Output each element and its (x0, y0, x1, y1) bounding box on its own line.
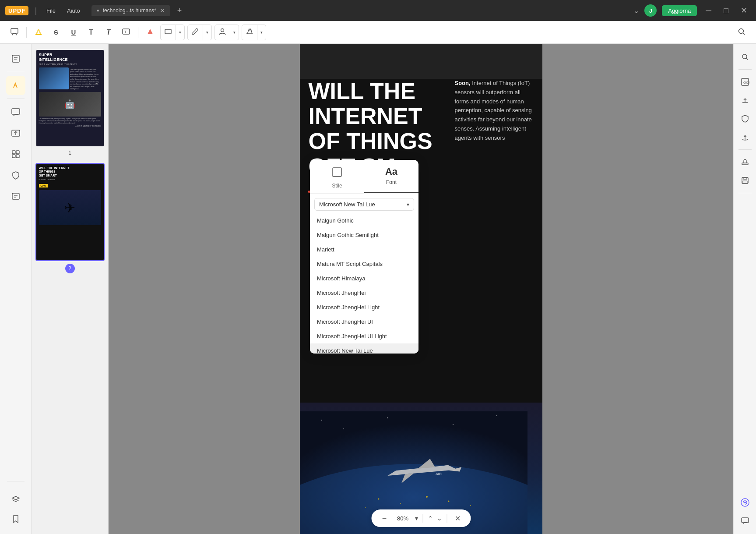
draw-group: ▾ (187, 25, 212, 40)
right-sidebar-stamp[interactable] (737, 154, 753, 170)
font-item-ms-jhenghei-light[interactable]: Microsoft JhengHei Light (310, 300, 418, 315)
right-sidebar-ai[interactable] (737, 495, 753, 510)
zoom-prev-page[interactable]: ⌄ (427, 515, 433, 522)
svg-rect-47 (743, 181, 747, 183)
person-dropdown-button[interactable]: ▾ (230, 25, 239, 40)
sidebar-item-organize[interactable] (6, 145, 25, 164)
underline-button[interactable]: U (66, 25, 81, 40)
page-top-band (300, 44, 542, 79)
font-tab[interactable]: Aa Font (364, 160, 418, 193)
right-sidebar-save[interactable] (737, 173, 753, 188)
text-tool-button[interactable]: T (84, 25, 98, 40)
page-number-1: 1 (68, 150, 71, 156)
svg-rect-13 (12, 109, 20, 114)
svg-rect-1 (35, 34, 42, 35)
shape-dropdown-button[interactable]: ▾ (176, 25, 184, 40)
menu-help[interactable]: Aiuto (63, 6, 84, 16)
close-zoom-toolbar-button[interactable]: ✕ (451, 512, 464, 524)
svg-rect-50 (742, 518, 749, 523)
font-item-ms-jhenghei-ui[interactable]: Microsoft JhengHei UI (310, 315, 418, 329)
right-sidebar-ocr[interactable]: OCR (737, 74, 753, 90)
sidebar-item-bookmark[interactable] (6, 509, 25, 529)
font-item-ms-himalaya[interactable]: Microsoft Himalaya (310, 271, 418, 286)
fill-color-button[interactable] (143, 25, 158, 40)
sidebar-divider-3 (7, 481, 25, 481)
strikethrough-button[interactable]: S (49, 25, 63, 40)
tab-close-icon[interactable]: ✕ (160, 7, 165, 14)
pen-dropdown-button[interactable]: ▾ (257, 25, 266, 40)
selected-font-name: Microsoft New Tai Lue (319, 201, 375, 208)
style-tab-label: Stile (332, 183, 342, 189)
font-item-ms-jhenghei-ui-light[interactable]: Microsoft JhengHei UI Light (310, 329, 418, 343)
svg-point-26 (387, 417, 388, 418)
font-item-malgun-gothic[interactable]: Malgun Gothic (310, 213, 418, 228)
svg-point-49 (744, 502, 746, 503)
svg-point-38 (742, 54, 747, 59)
zoom-out-button[interactable]: − (378, 512, 390, 524)
svg-rect-44 (742, 163, 748, 165)
font-selector-dropdown[interactable]: Microsoft New Tai Lue ▾ (314, 198, 414, 211)
zoom-next-page[interactable]: ⌄ (437, 515, 442, 522)
toolbar-right (734, 25, 749, 40)
thumbnail-panel: SUPERINTELLIGENCE IS IT A MYSTERY, OR IS… (32, 44, 109, 534)
windows-dropdown[interactable]: ⌄ (633, 7, 639, 15)
font-popup: Stile Aa Font Microsoft New Tai Lue ▾ Ma… (310, 160, 418, 354)
draw-icon (191, 27, 200, 38)
style-tab[interactable]: Stile (310, 160, 364, 193)
search-button[interactable] (734, 25, 749, 40)
sidebar-item-annotate[interactable] (6, 76, 25, 95)
comment-tool-button[interactable] (7, 25, 22, 40)
svg-rect-0 (11, 28, 18, 33)
font-item-ms-new-tai-lue[interactable]: Microsoft New Tai Lue (310, 343, 418, 354)
svg-point-34 (470, 505, 471, 506)
textbox-button[interactable]: T (119, 25, 134, 40)
sidebar-item-export[interactable] (6, 124, 25, 143)
sidebar-item-comment[interactable] (6, 103, 25, 122)
shape-dropdown-icon: ▾ (179, 30, 181, 35)
person-group: ▾ (214, 25, 239, 40)
titlebar: UPDF | File Aiuto ▾ technolog...ts human… (0, 0, 756, 21)
new-tab-button[interactable]: + (177, 6, 182, 15)
font-selector-arrow: ▾ (407, 202, 409, 208)
draw-button[interactable] (188, 25, 203, 40)
right-sidebar-export[interactable] (737, 92, 753, 108)
close-button[interactable]: ✕ (737, 4, 751, 17)
right-sidebar-div-3 (738, 193, 752, 193)
underline-icon: U (71, 28, 76, 36)
menu-file[interactable]: File (43, 6, 59, 16)
thumbnail-page-2[interactable]: WILL THE INTERNETOF THINGSGET SMART INTE… (35, 163, 105, 273)
sidebar-item-forms[interactable] (6, 187, 25, 206)
soon-bold: Soon, (455, 80, 471, 86)
maximize-button[interactable]: □ (720, 4, 732, 17)
right-sidebar-share[interactable] (737, 129, 753, 145)
active-tab[interactable]: ▾ technolog...ts humans* ✕ (91, 5, 170, 16)
draw-dropdown-button[interactable]: ▾ (203, 25, 211, 40)
sidebar-item-protect[interactable] (6, 166, 25, 185)
sidebar-item-layers[interactable] (6, 488, 25, 508)
font-item-marlett[interactable]: Marlett (310, 242, 418, 257)
avatar[interactable]: J (644, 4, 657, 17)
person-button[interactable] (215, 25, 230, 40)
svg-rect-8 (12, 55, 19, 62)
update-button[interactable]: Aggiorna (662, 5, 697, 16)
pen-button[interactable] (242, 25, 257, 40)
right-sidebar-search[interactable] (737, 49, 753, 65)
right-sidebar-comment[interactable] (737, 513, 753, 529)
minimize-button[interactable]: ─ (702, 4, 715, 17)
sidebar-item-edit[interactable] (6, 49, 25, 68)
fill-color-icon (146, 27, 155, 38)
font-item-matura[interactable]: Matura MT Script Capitals (310, 257, 418, 271)
right-sidebar-protect[interactable] (737, 111, 753, 127)
shape-button[interactable] (161, 25, 176, 40)
zoom-dropdown-arrow[interactable]: ▾ (415, 515, 418, 522)
zoom-sep-2 (447, 514, 447, 523)
thumbnail-page-1[interactable]: SUPERINTELLIGENCE IS IT A MYSTERY, OR IS… (35, 49, 105, 156)
font-item-ms-jhenghei[interactable]: Microsoft JhengHei (310, 286, 418, 300)
text2-tool-button[interactable]: T (101, 25, 116, 40)
textbox-icon: T (122, 27, 130, 38)
highlight-button[interactable] (31, 25, 46, 40)
font-item-malgun-gothic-semi[interactable]: Malgun Gothic Semilight (310, 228, 418, 242)
toolbar: S U T T T ▾ ▾ (0, 21, 756, 44)
font-list: Malgun Gothic Malgun Gothic Semilight Ma… (310, 213, 418, 354)
page-number-2: 2 (65, 264, 75, 273)
